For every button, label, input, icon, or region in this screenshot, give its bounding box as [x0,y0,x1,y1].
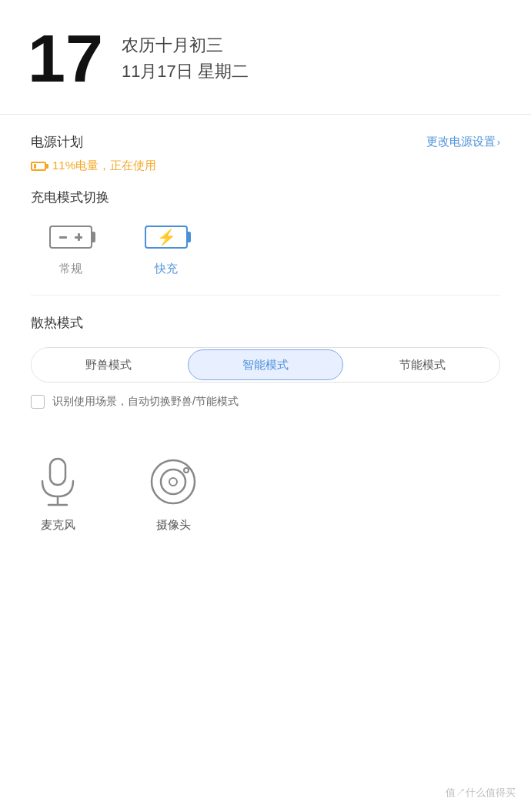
date-lunar: 农历十月初三 [122,34,249,57]
normal-mode-label: 常规 [59,262,82,276]
cooling-mode-beast[interactable]: 野兽模式 [32,348,186,382]
auto-switch-row: 识别使用场景，自动切换野兽/节能模式 [31,395,500,409]
date-day: 17 [28,25,103,92]
device-camera[interactable]: 摄像头 [146,455,200,533]
microphone-label: 麦克风 [41,518,75,533]
power-plan-header: 电源计划 更改电源设置 › [31,133,500,151]
battery-status-text: 11%电量，正在使用 [52,159,156,173]
chevron-right-icon: › [497,136,500,148]
cooling-mode-eco[interactable]: 节能模式 [345,348,499,382]
svg-rect-0 [50,459,65,485]
device-microphone[interactable]: 麦克风 [31,455,85,533]
normal-battery-icon-wrapper [46,222,95,252]
plus-vertical [78,233,80,241]
camera-icon [146,455,200,509]
devices-section: 麦克风 摄像头 [0,424,531,551]
charging-mode-section: 充电模式切换 常规 ⚡ 快充 [0,189,531,295]
battery-small-icon [31,162,46,171]
power-plan-title: 电源计划 [31,133,83,151]
charging-mode-normal[interactable]: 常规 [46,222,95,276]
microphone-icon [31,455,85,509]
normal-battery-icon [49,226,92,249]
cooling-mode-title: 散热模式 [31,314,500,332]
charging-modes-container: 常规 ⚡ 快充 [31,222,500,276]
cooling-mode-section: 散热模式 野兽模式 智能模式 节能模式 识别使用场景，自动切换野兽/节能模式 [0,296,531,424]
lightning-icon: ⚡ [157,229,176,245]
auto-switch-label: 识别使用场景，自动切换野兽/节能模式 [52,395,239,409]
quick-battery-icon-wrapper: ⚡ [142,222,191,252]
date-info: 农历十月初三 11月17日 星期二 [122,34,249,83]
change-power-settings-text: 更改电源设置 [426,135,496,149]
quick-mode-label: 快充 [155,262,178,276]
svg-point-5 [169,478,177,486]
battery-status: 11%电量，正在使用 [31,159,500,173]
change-power-settings-link[interactable]: 更改电源设置 › [426,135,500,149]
cooling-modes-container: 野兽模式 智能模式 节能模式 [31,347,500,383]
quick-battery-icon: ⚡ [145,226,188,249]
charging-mode-quick[interactable]: ⚡ 快充 [142,222,191,276]
camera-label: 摄像头 [156,518,191,533]
svg-point-3 [152,460,195,503]
charging-mode-title: 充电模式切换 [31,189,500,206]
watermark: 值↗什么值得买 [446,786,516,800]
svg-point-6 [184,468,189,473]
power-plan-section: 电源计划 更改电源设置 › 11%电量，正在使用 [0,115,531,189]
cooling-mode-smart[interactable]: 智能模式 [188,349,344,380]
svg-point-4 [161,469,185,494]
auto-switch-checkbox[interactable] [31,395,45,409]
date-gregorian: 11月17日 星期二 [122,60,249,83]
minus-pole [59,236,67,239]
date-section: 17 农历十月初三 11月17日 星期二 [0,0,531,114]
